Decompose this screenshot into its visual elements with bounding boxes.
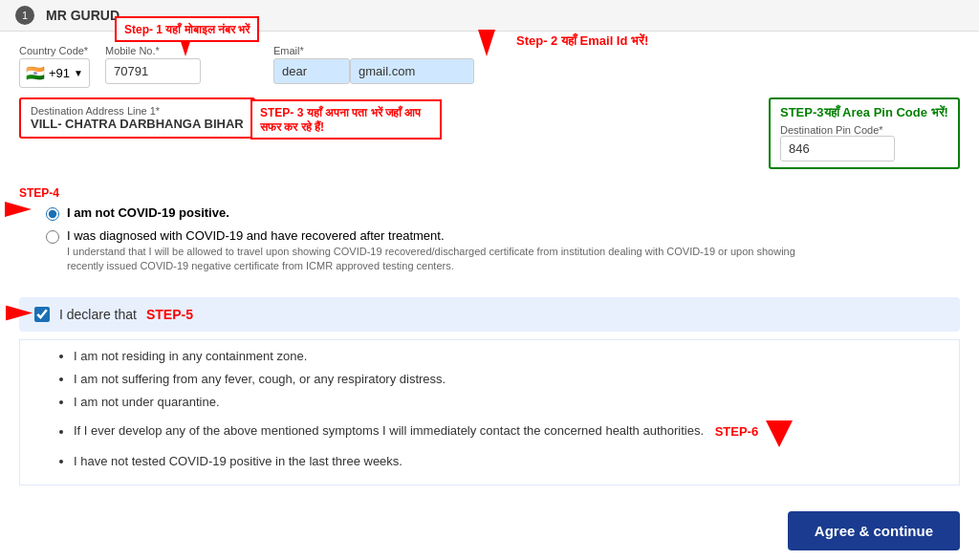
list-item-text: If I ever develop any of the above menti… bbox=[74, 424, 704, 439]
covid-option-2-radio[interactable] bbox=[46, 230, 59, 244]
bottom-bar: Agree & continue bbox=[0, 502, 979, 560]
step3-pin-annotation: STEP-3यहाँ Area Pin Code भरें! bbox=[780, 105, 948, 120]
email-input-part2[interactable] bbox=[350, 58, 474, 84]
svg-marker-1 bbox=[478, 30, 495, 56]
declaration-list: I am not residing in any containment zon… bbox=[19, 339, 960, 485]
step5-arrow-icon bbox=[6, 305, 33, 323]
step6-label: STEP-6 bbox=[715, 424, 759, 439]
covid-option-1-text: I am not COVID-19 positive. bbox=[67, 205, 229, 220]
list-item: I have not tested COVID-19 positive in t… bbox=[74, 453, 940, 470]
covid-option-2-label: I was diagnosed with COVID-19 and have r… bbox=[67, 228, 813, 274]
step5-label: STEP-5 bbox=[146, 307, 193, 322]
step2-annotation: Step- 2 यहाँ Email Id भरें! bbox=[516, 33, 648, 49]
list-item: I am not under quarantine. bbox=[74, 394, 940, 411]
form-area: Step- 2 यहाँ Email Id भरें! Country Code… bbox=[0, 32, 979, 169]
list-item: I am not residing in any containment zon… bbox=[74, 348, 940, 365]
step1-text: Step- 1 यहाँ मोबाइल नंबर भरें bbox=[124, 23, 250, 36]
step6-annotation: STEP-6 bbox=[715, 424, 793, 439]
list-item: I am not suffering from any fever, cough… bbox=[74, 371, 940, 388]
india-flag-icon: 🇮🇳 bbox=[26, 64, 45, 82]
step2-down-arrow-icon bbox=[478, 30, 495, 56]
email-row bbox=[273, 58, 474, 84]
declare-label-text: I declare that bbox=[59, 307, 137, 322]
step4-arrow-icon bbox=[5, 202, 32, 220]
dropdown-icon: ▼ bbox=[74, 68, 83, 78]
step6-down-arrow-icon bbox=[766, 417, 793, 447]
svg-marker-2 bbox=[5, 202, 32, 217]
svg-marker-4 bbox=[766, 420, 793, 447]
mobile-input[interactable] bbox=[105, 58, 201, 84]
covid-option-1: I am not COVID-19 positive. bbox=[46, 205, 960, 221]
country-code-value: +91 bbox=[49, 66, 70, 80]
step2-text: Step- 2 यहाँ Email Id भरें! bbox=[516, 33, 648, 48]
address-value: VILL- CHATRA DARBHANGA BIHAR bbox=[31, 117, 244, 131]
pin-box: STEP-3यहाँ Area Pin Code भरें! Destinati… bbox=[769, 97, 960, 169]
page-wrapper: 1 MR GURUD Step- 2 यहाँ Email Id भरें! C… bbox=[0, 0, 979, 560]
covid-option-2-sublabel: I understand that I will be allowed to t… bbox=[67, 245, 813, 274]
agree-continue-button[interactable]: Agree & continue bbox=[788, 511, 960, 550]
step4-label: STEP-4 bbox=[19, 186, 960, 200]
address-label: Destination Address Line 1* bbox=[31, 105, 244, 117]
pin-input[interactable] bbox=[780, 136, 895, 162]
covid-option-1-label: I am not COVID-19 positive. bbox=[67, 205, 229, 220]
email-input-part1[interactable] bbox=[273, 58, 350, 84]
step1-annotation-box: Step- 1 यहाँ मोबाइल नंबर भरें bbox=[115, 16, 259, 42]
covid-option-2: I was diagnosed with COVID-19 and have r… bbox=[46, 228, 960, 274]
country-code-label: Country Code* bbox=[19, 45, 90, 56]
step3-address-annotation: STEP- 3 यहाँ अपना पता भरें जहाँ आप सफर क… bbox=[250, 99, 442, 140]
list-item: If I ever develop any of the above menti… bbox=[74, 417, 940, 447]
step2-arrow-container bbox=[478, 30, 495, 56]
step4-section: STEP-4 I am not COVID-19 positive. I was… bbox=[0, 179, 979, 290]
email-group: Email* bbox=[273, 45, 474, 84]
pin-label: Destination Pin Code* bbox=[780, 124, 948, 136]
declaration-bullets: I am not residing in any containment zon… bbox=[58, 348, 940, 471]
svg-marker-3 bbox=[6, 305, 33, 320]
passenger-number: 1 bbox=[15, 6, 34, 25]
country-code-group: Country Code* 🇮🇳 +91 ▼ bbox=[19, 45, 90, 88]
country-code-select[interactable]: 🇮🇳 +91 ▼ bbox=[19, 58, 90, 88]
covid-option-1-radio[interactable] bbox=[46, 207, 59, 221]
address-box: Destination Address Line 1* VILL- CHATRA… bbox=[19, 97, 255, 139]
step5-right-arrow-icon bbox=[6, 305, 33, 320]
declare-checkbox[interactable] bbox=[34, 307, 50, 322]
passenger-name: MR GURUD bbox=[46, 8, 120, 23]
declare-section: I declare that STEP-5 bbox=[19, 297, 960, 332]
covid-option-2-text: I was diagnosed with COVID-19 and have r… bbox=[67, 228, 813, 243]
email-label: Email* bbox=[273, 45, 474, 56]
step4-right-arrow-icon bbox=[5, 202, 32, 217]
form-row-2: Destination Address Line 1* VILL- CHATRA… bbox=[19, 97, 960, 169]
step3-address-text: STEP- 3 यहाँ अपना पता भरें जहाँ आप सफर क… bbox=[260, 106, 421, 134]
